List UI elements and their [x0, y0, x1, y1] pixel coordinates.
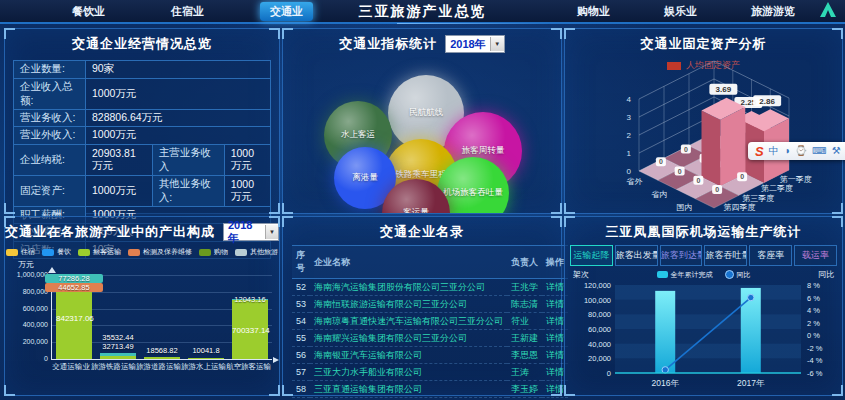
panel-enterprise-directory: 交通企业名录 序号企业名称负责人操作52海南海汽运输集团股份有限公司三亚分公司王…	[282, 216, 562, 396]
bar-segment	[144, 357, 180, 359]
corner-ornament	[269, 28, 280, 39]
row-index: 56	[292, 347, 310, 364]
clock-icon[interactable]: ⌚	[795, 146, 807, 156]
legend-label: 同比	[737, 270, 751, 280]
nav-item-餐饮业[interactable]: 餐饮业	[62, 2, 115, 21]
corner-ornament	[282, 28, 293, 39]
tab-运输起降[interactable]: 运输起降	[570, 245, 613, 266]
toolbox-icon[interactable]: ⚒	[832, 146, 841, 156]
svg-text:20,000: 20,000	[588, 354, 611, 363]
tab-旅客出发量[interactable]: 旅客出发量	[615, 245, 658, 266]
legend-label: 全年累计完成	[671, 270, 713, 280]
legend-item-yoy: 同比	[725, 270, 751, 280]
y-tick-label: 400,000	[8, 321, 48, 328]
nav-item-购物业[interactable]: 购物业	[567, 2, 620, 21]
tab-客座率[interactable]: 客座率	[749, 245, 792, 266]
enterprise-directory-table: 序号企业名称负责人操作52海南海汽运输集团股份有限公司三亚分公司王兆学详情53海…	[292, 245, 568, 400]
legend-bar-swatch	[657, 271, 668, 278]
legend-swatch	[42, 249, 54, 256]
panel-output-composition: 交通业在各旅游产业中的产出构成 2018年 ▼ 住宿餐饮旅客运输检测及保养维修购…	[4, 216, 280, 396]
nav-item-旅游游览[interactable]: 旅游游览	[741, 2, 805, 21]
svg-text:3.69: 3.69	[716, 85, 732, 94]
svg-text:40,000: 40,000	[588, 340, 611, 349]
x-axis-arrow	[273, 357, 279, 363]
x-axis-label: 旅游水上运输	[181, 362, 226, 372]
corner-ornament	[282, 216, 293, 227]
nav-item-娱乐业[interactable]: 娱乐业	[654, 2, 707, 21]
legend-swatch	[78, 249, 90, 256]
output-chart-legend: 住宿餐饮旅客运输检测及保养维修购物其他旅游	[5, 247, 279, 257]
svg-text:省外: 省外	[627, 177, 643, 186]
legend-label: 住宿	[21, 247, 35, 257]
sogou-logo-icon[interactable]: S	[755, 144, 764, 159]
nav-item-交通业[interactable]: 交通业	[260, 2, 313, 21]
legend-dot-swatch	[725, 270, 734, 279]
tab-旅客吞吐量[interactable]: 旅客吞吐量	[704, 245, 747, 266]
nav-item-住宿业[interactable]: 住宿业	[161, 2, 214, 21]
svg-text:第一季度: 第一季度	[780, 175, 812, 184]
table-row[interactable]: 57三亚大力水手船业有限公司王涛详情	[292, 364, 568, 381]
airport-chart-legend: 架次 全年累计完成 同比 同比	[573, 269, 834, 280]
svg-text:1: 1	[627, 149, 632, 158]
responsible-person: 王兆学	[507, 279, 542, 296]
stat-label: 其他业务收入:	[152, 175, 224, 206]
chevron-down-icon[interactable]: ▼	[490, 37, 504, 51]
stat-value: 828806.64万元	[85, 109, 270, 127]
legend-swatch	[199, 249, 211, 256]
column-header: 企业名称	[310, 246, 507, 279]
chinese-mode-icon[interactable]: 中	[769, 146, 779, 156]
corner-ornament	[832, 203, 843, 214]
year-select[interactable]: 2018年 ▼	[445, 35, 504, 53]
tab-旅客到达量[interactable]: 旅客到达量	[660, 245, 703, 266]
chevron-down-icon[interactable]: ▼	[265, 225, 278, 239]
svg-text:0: 0	[627, 167, 632, 176]
table-row[interactable]: 58三亚直通运输集团有限公司李玉婷详情	[292, 381, 568, 398]
company-name: 海南琼粤直通快速汽车运输有限公司三亚分公司	[310, 313, 507, 330]
company-name: 海南恒联旅游运输有限公司三亚分公司	[310, 296, 507, 313]
top-nav-bar: 餐饮业住宿业交通业 三亚旅游产业总览 购物业娱乐业旅游游览	[0, 0, 845, 24]
corner-ornament	[269, 203, 280, 214]
bar-segment	[56, 288, 92, 359]
ime-toolbar[interactable]: S 中◑⌚⌨⚒▦	[748, 142, 845, 160]
tab-载运率[interactable]: 载运率	[794, 245, 837, 266]
half-full-shape-icon[interactable]: ◑	[784, 146, 790, 156]
company-name: 海南耀兴运输集团有限公司三亚分公司	[310, 330, 507, 347]
stat-value: 90家	[85, 61, 270, 79]
svg-text:0: 0	[709, 133, 713, 140]
legend-item-购物: 购物	[199, 247, 228, 257]
svg-text:8 %: 8 %	[807, 281, 820, 290]
svg-text:6 %: 6 %	[807, 294, 820, 303]
table-row[interactable]: 55海南耀兴运输集团有限公司三亚分公司王新建详情	[292, 330, 568, 347]
table-row[interactable]: 56海南银亚汽车运输有限公司李思恩详情	[292, 347, 568, 364]
row-index: 57	[292, 364, 310, 381]
legend-label: 购物	[214, 247, 228, 257]
table-row[interactable]: 54海南琼粤直通快速汽车运输有限公司三亚分公司符业详情	[292, 313, 568, 330]
page-title: 三亚旅游产业总览	[359, 3, 487, 21]
corner-ornament	[4, 28, 15, 39]
table-row[interactable]: 53海南恒联旅游运输有限公司三亚分公司陈志清详情	[292, 296, 568, 313]
svg-text:4: 4	[627, 95, 632, 104]
row-index: 53	[292, 296, 310, 313]
legend-label: 检测及保养维修	[143, 247, 192, 257]
svg-text:省内: 省内	[652, 190, 668, 199]
panel-title: 交通业固定资产分析	[641, 35, 767, 53]
svg-text:-6 %: -6 %	[807, 369, 823, 378]
y-tick-label: 600,000	[8, 305, 48, 312]
svg-text:80,000: 80,000	[588, 310, 611, 319]
svg-text:-4 %: -4 %	[807, 356, 823, 365]
svg-text:0: 0	[703, 155, 707, 162]
svg-text:0: 0	[659, 158, 663, 165]
corner-ornament	[832, 385, 843, 396]
legend-swatch	[6, 249, 18, 256]
x-axis-label: 航空旅客运输	[226, 362, 271, 372]
corner-ornament	[564, 216, 575, 227]
table-row[interactable]: 52海南海汽运输集团股份有限公司三亚分公司王兆学详情	[292, 279, 568, 296]
stat-value: 1000万元	[85, 127, 270, 145]
keyboard-icon[interactable]: ⌨	[812, 146, 826, 156]
stat-label: 固定资产:	[14, 175, 86, 206]
stat-value: 20903.81万元	[85, 144, 152, 175]
svg-text:国内: 国内	[677, 203, 693, 212]
corner-ornament	[551, 385, 562, 396]
x-axis-label: 交通运输业	[51, 362, 91, 372]
bar-top-label: 35532.44	[89, 333, 147, 342]
